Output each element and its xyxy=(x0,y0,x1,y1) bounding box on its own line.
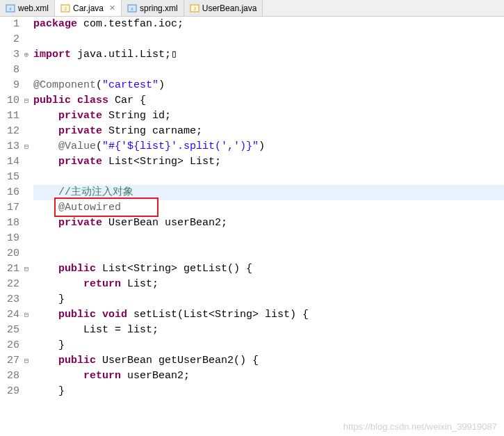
svg-text:J: J xyxy=(64,6,67,11)
fold-mark xyxy=(22,108,31,124)
code-line: public class Car { xyxy=(33,93,504,108)
fold-mark xyxy=(22,124,31,139)
tab-web-xml[interactable]: x web.xml xyxy=(0,0,55,16)
code-text: } xyxy=(58,385,65,397)
code-text: java.util.List; xyxy=(71,49,171,60)
tab-spring-xml[interactable]: x spring.xml xyxy=(122,0,184,16)
fold-mark xyxy=(22,216,31,231)
fold-mark xyxy=(22,63,31,78)
string: "cartest" xyxy=(102,79,158,91)
annotation: @Value xyxy=(58,140,96,152)
code-text: com.testfan.ioc; xyxy=(77,18,184,30)
code-line: private String carname; xyxy=(33,124,504,139)
code-text: ) xyxy=(158,79,165,91)
line-number: 16 xyxy=(0,185,19,200)
collapsed-marker: ▯ xyxy=(171,49,177,60)
code-line xyxy=(33,231,504,246)
code-text: List = list; xyxy=(83,324,158,336)
fold-expand-icon[interactable]: ⊕ xyxy=(22,47,31,63)
code-line: } xyxy=(33,384,504,399)
space xyxy=(71,95,77,106)
tab-car-java[interactable]: J Car.java ✕ xyxy=(55,0,122,16)
line-number: 17 xyxy=(0,200,19,216)
code-line: private List<String> List; xyxy=(33,154,504,170)
line-number: 19 xyxy=(0,231,19,246)
code-text: Car { xyxy=(108,95,146,106)
fold-mark xyxy=(22,78,31,93)
fold-mark xyxy=(22,17,31,32)
fold-collapse-icon[interactable]: ⊟ xyxy=(22,353,31,369)
tab-label: Car.java xyxy=(73,3,104,13)
code-text: List<String> getList() { xyxy=(96,263,252,275)
code-line: @Component("cartest") xyxy=(33,78,504,93)
fold-collapse-icon[interactable]: ⊟ xyxy=(22,93,31,108)
line-number: 3 xyxy=(0,47,19,63)
code-editor[interactable]: 1 2 3 8 9 10 11 12 13 14 15 16 17 18 19 … xyxy=(0,17,504,436)
line-number: 11 xyxy=(0,108,19,124)
xml-icon: x xyxy=(6,3,15,13)
line-number: 24 xyxy=(0,307,19,323)
code-text: String id; xyxy=(102,110,171,122)
line-number: 9 xyxy=(0,78,19,93)
code-text: UserBean userBean2; xyxy=(102,217,227,229)
tab-label: spring.xml xyxy=(140,3,178,13)
code-line xyxy=(33,32,504,47)
keyword: private xyxy=(58,125,102,137)
keyword: package xyxy=(33,18,77,30)
line-number: 8 xyxy=(0,63,19,78)
fold-collapse-icon[interactable]: ⊟ xyxy=(22,139,31,154)
fold-column: ⊕ ⊟ ⊟ ⊟ ⊟ ⊟ xyxy=(22,17,31,436)
code-line xyxy=(33,63,504,78)
code-line: return userBean2; xyxy=(33,369,504,384)
code-line xyxy=(33,170,504,185)
tab-userbean-java[interactable]: J UserBean.java xyxy=(184,0,263,16)
code-line: import java.util.List;▯ xyxy=(33,47,504,63)
line-number: 14 xyxy=(0,154,19,170)
keyword: import xyxy=(33,49,71,60)
xml-icon: x xyxy=(127,3,137,13)
code-area[interactable]: package com.testfan.ioc; import java.uti… xyxy=(31,17,504,436)
svg-text:J: J xyxy=(193,6,196,11)
keyword: return xyxy=(83,370,121,382)
java-icon: J xyxy=(190,3,200,13)
keyword: public xyxy=(58,309,96,321)
string: "#{'${list}'.split(',')}" xyxy=(102,140,259,152)
code-line: } xyxy=(33,338,504,353)
fold-mark xyxy=(22,277,31,292)
code-text: ( xyxy=(96,79,102,91)
keyword: private xyxy=(58,110,102,122)
line-number: 15 xyxy=(0,170,19,185)
tab-label: web.xml xyxy=(18,3,49,13)
line-number: 22 xyxy=(0,277,19,292)
tab-label: UserBean.java xyxy=(202,3,257,13)
line-number: 25 xyxy=(0,323,19,338)
fold-mark xyxy=(22,32,31,47)
keyword: void xyxy=(102,309,127,321)
line-number: 23 xyxy=(0,292,19,307)
fold-mark xyxy=(22,200,31,216)
fold-collapse-icon[interactable]: ⊟ xyxy=(22,307,31,323)
close-icon[interactable]: ✕ xyxy=(109,3,115,13)
line-number: 1 xyxy=(0,17,19,32)
keyword: private xyxy=(58,217,102,229)
keyword: public xyxy=(58,263,96,275)
code-line: public List<String> getList() { xyxy=(33,261,504,277)
comment: //主动注入对象 xyxy=(58,186,133,198)
line-number: 12 xyxy=(0,124,19,139)
keyword: return xyxy=(83,278,121,290)
code-line: package com.testfan.ioc; xyxy=(33,17,504,32)
fold-mark xyxy=(22,170,31,185)
line-number: 29 xyxy=(0,384,19,399)
code-text: List; xyxy=(121,278,158,290)
fold-collapse-icon[interactable]: ⊟ xyxy=(22,261,31,277)
fold-mark xyxy=(22,369,31,384)
line-number: 13 xyxy=(0,139,19,154)
code-text: List<String> List; xyxy=(102,156,221,168)
code-text: } xyxy=(58,293,65,305)
fold-mark xyxy=(22,292,31,307)
line-number: 10 xyxy=(0,93,19,108)
keyword: public xyxy=(33,95,71,106)
java-icon: J xyxy=(60,3,70,13)
line-number: 20 xyxy=(0,246,19,261)
code-text: ) xyxy=(259,140,265,152)
